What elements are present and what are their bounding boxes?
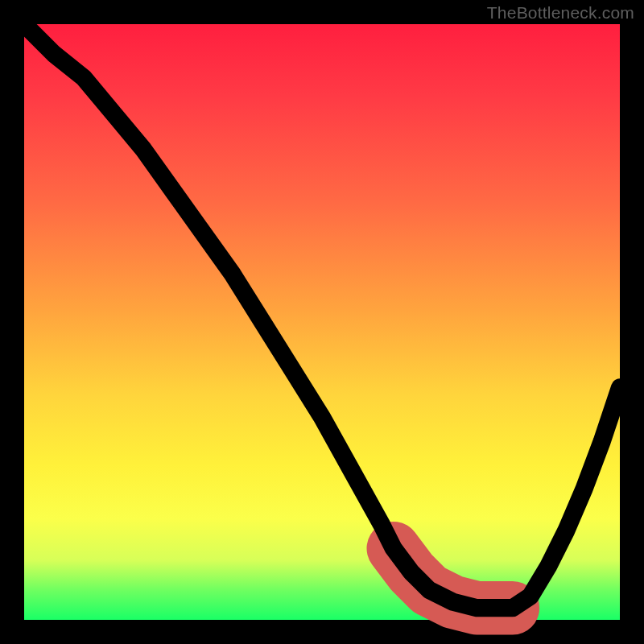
watermark-text: TheBottleneck.com (487, 3, 634, 23)
bottleneck-curve (24, 24, 620, 608)
chart-frame: TheBottleneck.com (0, 0, 644, 644)
plot-area (24, 24, 620, 620)
curve-svg (24, 24, 620, 620)
